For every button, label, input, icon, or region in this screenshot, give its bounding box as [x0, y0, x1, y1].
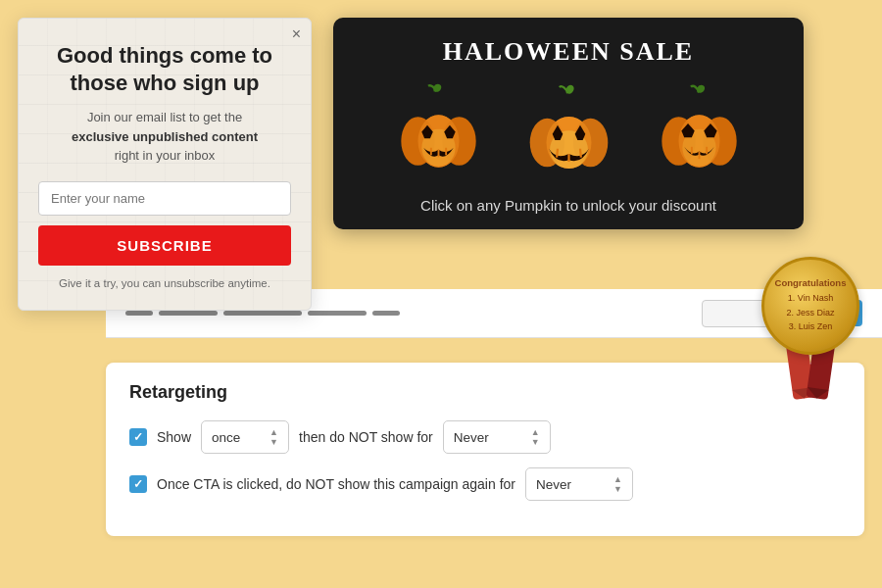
show-label: Show — [157, 429, 191, 445]
signup-popup: × Good things come to those who sign up … — [18, 18, 312, 311]
congrats-badge: Congratulations 1. Vin Nash 2. Jess Diaz… — [757, 257, 864, 399]
cta-checkbox[interactable] — [129, 475, 147, 493]
pumpkins-row — [353, 80, 784, 183]
never-select-1-arrows: ▲▼ — [531, 427, 540, 447]
pumpkin-1[interactable] — [382, 80, 495, 183]
dot-2 — [159, 311, 218, 316]
once-select[interactable]: once ▲▼ — [201, 420, 289, 454]
svg-line-17 — [557, 149, 558, 158]
badge-item-2: 2. Jess Diaz — [786, 306, 834, 319]
close-button[interactable]: × — [292, 26, 301, 42]
cta-label: Once CTA is clicked, do NOT show this ca… — [157, 476, 515, 492]
badge-item-1: 1. Vin Nash — [788, 291, 833, 305]
popup-subtitle: Join our email list to get the exclusive… — [38, 108, 291, 166]
popup-footer-text: Give it a try, you can unsubscribe anyti… — [38, 275, 291, 292]
svg-line-19 — [580, 149, 581, 158]
dot-4 — [308, 311, 367, 316]
never-select-1[interactable]: Never ▲▼ — [443, 420, 551, 454]
once-select-arrows: ▲▼ — [270, 427, 278, 447]
halloween-footer: Click on any Pumpkin to unlock your disc… — [353, 197, 784, 214]
dot-1 — [125, 311, 153, 316]
never-select-2-arrows: ▲▼ — [613, 474, 622, 494]
subscribe-button[interactable]: SUBSCRIBE — [38, 225, 291, 266]
badge-title: Congratulations — [775, 277, 847, 288]
retargeting-title: Retargeting — [129, 382, 841, 403]
then-label: then do NOT show for — [299, 429, 433, 445]
retargeting-row-2: Once CTA is clicked, do NOT show this ca… — [129, 467, 841, 501]
popup-title: Good things come to those who sign up — [38, 42, 291, 96]
pumpkin-3[interactable] — [643, 80, 756, 183]
show-checkbox[interactable] — [129, 428, 147, 446]
badge-circle: Congratulations 1. Vin Nash 2. Jess Diaz… — [761, 257, 859, 355]
dot-5 — [372, 311, 400, 316]
halloween-title: HALOWEEN SALE — [353, 37, 784, 67]
pumpkin-2[interactable] — [513, 80, 625, 183]
halloween-popup: HALOWEEN SALE — [333, 18, 804, 229]
app-bar-dots — [125, 311, 400, 316]
retargeting-section: Retargeting Show once ▲▼ then do NOT sho… — [106, 363, 864, 536]
dot-3 — [223, 311, 302, 316]
retargeting-row-1: Show once ▲▼ then do NOT show for Never … — [129, 420, 841, 454]
never-select-2[interactable]: Never ▲▼ — [525, 467, 633, 501]
badge-item-3: 3. Luis Zen — [789, 319, 833, 333]
name-input[interactable] — [38, 181, 291, 216]
